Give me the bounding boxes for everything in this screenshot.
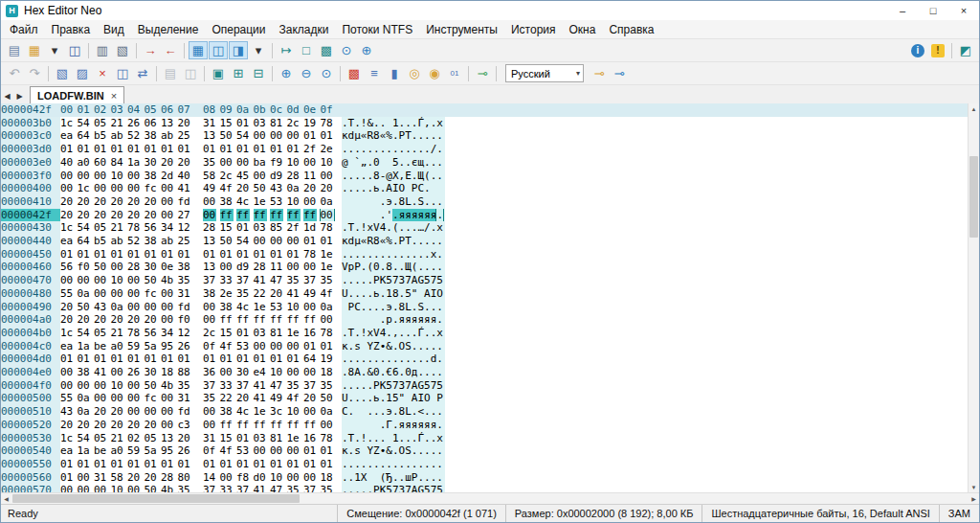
hex-bytes[interactable]: ea1abea0595a95260f4f530000000101: [60, 444, 342, 458]
ascii-text[interactable]: .э.8L.S...: [342, 195, 445, 209]
ascii-text[interactable]: кdµ«R8«%.PT.....: [342, 235, 445, 248]
hex-bytes[interactable]: ea64b5ab5238ab251350540000000101: [60, 129, 342, 143]
scroll-up-icon[interactable]: ▲: [969, 103, 979, 114]
view-columns-icon[interactable]: ▦: [189, 41, 208, 59]
tab-scroll-left-icon[interactable]: ◀: [1, 89, 13, 103]
hex-bytes[interactable]: 0000001000504b353733374147353735: [60, 379, 342, 393]
new-file-icon[interactable]: ▤: [5, 41, 24, 59]
open-file-icon[interactable]: ▦: [25, 41, 44, 59]
ascii-text[interactable]: .T.!... 1...Ѓ..x: [342, 432, 445, 445]
save-icon[interactable]: ◫: [65, 41, 84, 59]
hex-bytes[interactable]: ea64b5ab5238ab251350540000000101: [60, 235, 342, 248]
select-block-icon[interactable]: □: [297, 41, 316, 59]
hex-bytes[interactable]: 1c5405217856341228150103852f1d78: [60, 221, 342, 235]
statistics-icon[interactable]: ▮: [385, 64, 404, 82]
hex-bytes[interactable]: 0000001000504b353733374147353735: [60, 274, 342, 287]
ascii-text[interactable]: кdµ«R8«%.PT.....: [342, 129, 445, 143]
menu-windows[interactable]: Окна: [563, 21, 603, 38]
export-icon[interactable]: →: [141, 41, 160, 59]
move-block-icon[interactable]: ⇄: [133, 64, 152, 82]
zoom-out-icon[interactable]: ⊖: [297, 64, 316, 82]
print-preview-icon[interactable]: ▧: [113, 41, 132, 59]
ascii-text[interactable]: .T.!xV4.(...…/.x: [342, 221, 445, 235]
hex-bytes[interactable]: 20202020202000f000ffffffffffff00: [60, 313, 342, 327]
hex-bytes[interactable]: 430a2020000000fd00384c1e3c10000a: [60, 405, 342, 419]
view-text-panel-icon[interactable]: ◨: [229, 41, 248, 59]
delete-selection-icon[interactable]: ×: [93, 64, 112, 82]
redo-icon[interactable]: ↷: [25, 64, 44, 82]
scroll-left-icon[interactable]: ◀: [1, 493, 11, 504]
hex-bytes[interactable]: 0000001000504b353733374147353735: [60, 484, 342, 492]
tab-scroll-right-icon[interactable]: ▶: [13, 89, 26, 103]
maximize-button[interactable]: □: [918, 1, 948, 20]
hex-bytes[interactable]: 56f0500028300e381300d9281100001e: [60, 261, 342, 274]
key-settings-icon[interactable]: ⊸: [610, 64, 629, 82]
menu-help[interactable]: Справка: [602, 21, 660, 38]
menu-edit[interactable]: Правка: [45, 21, 98, 38]
ascii-text[interactable]: ..............x.: [342, 248, 445, 262]
ascii-text[interactable]: ................: [342, 458, 445, 471]
open-file-dropdown-icon[interactable]: ▾: [45, 41, 64, 59]
hex-bytes[interactable]: 202020202020002700ffffffffffff00: [60, 209, 342, 222]
menu-view[interactable]: Вид: [97, 21, 131, 38]
ascii-text[interactable]: VрP.(0.8..Щ(....: [342, 261, 445, 274]
ascii-text[interactable]: .T.!xV4.,...Ѓ..x: [342, 327, 445, 340]
ascii-text[interactable]: @ `„.0 5..єщ...: [342, 156, 445, 170]
undo-icon[interactable]: ↶: [5, 64, 24, 82]
cut-icon[interactable]: ▤: [161, 64, 180, 82]
tab-close-icon[interactable]: ×: [111, 90, 117, 102]
menu-ntfs-streams[interactable]: Потоки NTFS: [335, 21, 419, 38]
hex-bytes[interactable]: 0101010101010101010101010101781e: [60, 248, 342, 262]
menu-history[interactable]: История: [504, 21, 563, 38]
ascii-text[interactable]: .....PK5737AG575: [342, 379, 445, 393]
ascii-text[interactable]: ..1X (Ђ..шР....: [342, 471, 445, 485]
run-script-icon[interactable]: ⊸: [473, 64, 492, 82]
horizontal-scrollbar[interactable]: ◀ ▶: [1, 492, 979, 504]
fill-block-icon[interactable]: ▩: [317, 41, 336, 59]
print-icon[interactable]: ▥: [93, 41, 112, 59]
ascii-text[interactable]: к.ѕ YZ•&.OS.....: [342, 340, 445, 353]
menu-file[interactable]: Файл: [3, 21, 45, 38]
toolbar-customize-icon[interactable]: ◩: [956, 41, 975, 59]
about-icon[interactable]: i: [911, 44, 924, 57]
ascii-text[interactable]: C. ...э.8L.<...: [342, 405, 445, 419]
hex-bytes[interactable]: 01010101010101010101010101010101: [60, 458, 342, 471]
scroll-down-icon[interactable]: ▼: [969, 482, 979, 492]
hex-bytes[interactable]: 1c5405210205132031150103811e1678: [60, 432, 342, 445]
menu-tools[interactable]: Инструменты: [419, 21, 504, 38]
scroll-right-icon[interactable]: ▶: [969, 493, 979, 504]
ascii-text[interactable]: .'.яяяяяя.: [342, 209, 445, 222]
hex-bytes[interactable]: 001c000000fc0041494f2050430a2020: [60, 182, 342, 195]
ascii-text[interactable]: .р.яяяяяя.: [342, 313, 445, 327]
view-split-icon[interactable]: ◫: [209, 41, 228, 59]
hex-bytes[interactable]: 0000001000382d40582c4500d9281100: [60, 170, 342, 183]
hex-bytes[interactable]: 550a000000fc0031382e35222041494f: [60, 287, 342, 301]
hex-bytes[interactable]: 20202020202000c300ffffffffffff00: [60, 419, 342, 432]
ascii-text[interactable]: U....ь.15" AIO P: [342, 392, 445, 405]
hex-bytes[interactable]: 2050430a000000fd00384c1e5310000a: [60, 301, 342, 314]
find-all-icon[interactable]: ⊕: [357, 41, 376, 59]
vertical-scroll-thumb[interactable]: [969, 156, 978, 238]
ascii-text[interactable]: PC....э.8L.S...: [342, 301, 445, 314]
clipboard-history-icon[interactable]: ⊟: [249, 64, 268, 82]
ascii-text[interactable]: .....PK5737AG575: [342, 484, 445, 492]
hex-bytes[interactable]: 1c540521785634122c150103811e1678: [60, 327, 342, 340]
paste-icon[interactable]: ▣: [209, 64, 228, 82]
pattern-icon[interactable]: ▩: [345, 64, 364, 82]
goto-offset-icon[interactable]: ↦: [277, 41, 296, 59]
import-icon[interactable]: ←: [161, 41, 180, 59]
hex-bytes[interactable]: ea1abea0595a95260f4f530000000101: [60, 340, 342, 353]
ascii-text[interactable]: .T.!&.. 1...Ѓ,.x: [342, 117, 445, 130]
lock-icon[interactable]: ◉: [425, 64, 444, 82]
zoom-in-icon[interactable]: ⊕: [277, 64, 296, 82]
tab-loadfw-bin[interactable]: LOADFW.BIN ×: [30, 86, 124, 103]
hex-bytes[interactable]: 20202020202000fd00384c1e5310000a: [60, 195, 342, 209]
ascii-text[interactable]: .Г.яяяяяя.: [342, 419, 445, 432]
horizontal-scroll-thumb[interactable]: [12, 494, 300, 503]
find-icon[interactable]: ⊙: [337, 41, 356, 59]
hex-bytes[interactable]: 01010101010101010101010101016419: [60, 352, 342, 366]
minimize-button[interactable]: –: [887, 1, 918, 20]
hex-bytes[interactable]: 550a000000fc003135222041494f2050: [60, 392, 342, 405]
view-layout-dropdown-icon[interactable]: ▾: [249, 41, 268, 59]
hex-bytes[interactable]: 0038410026301888360030e410000018: [60, 366, 342, 379]
